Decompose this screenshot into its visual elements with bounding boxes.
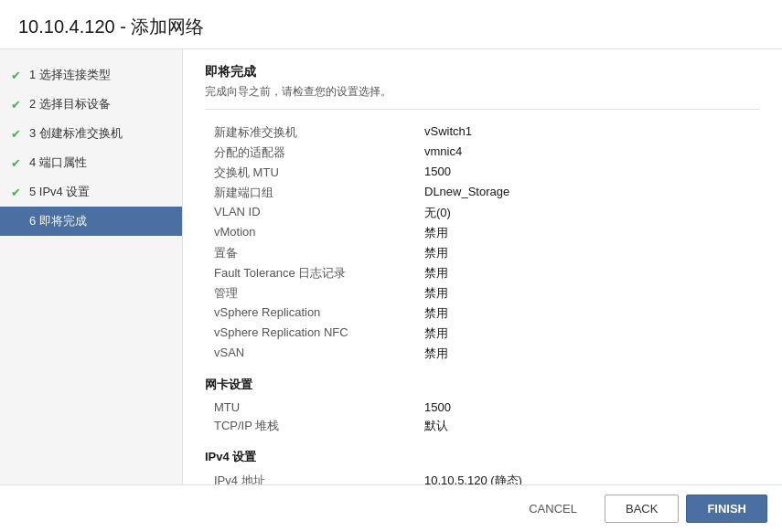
row-label: IPv4 地址 — [205, 473, 424, 484]
table-row: IPv4 地址10.10.5.120 (静态) — [205, 471, 760, 484]
table-row: VLAN ID无(0) — [205, 203, 760, 223]
table-row: 分配的适配器vmnic4 — [205, 143, 760, 163]
sidebar-item-step5[interactable]: ✔5 IPv4 设置 — [0, 177, 182, 207]
check-icon: ✔ — [11, 127, 24, 141]
check-icon: ✔ — [11, 186, 24, 199]
row-value: 1500 — [424, 165, 451, 181]
table-row: 新建标准交换机vSwitch1 — [205, 122, 760, 143]
check-icon: ✔ — [11, 69, 24, 82]
dialog-footer: CANCEL BACK FINISH — [0, 484, 782, 532]
table-row: vSAN禁用 — [205, 344, 760, 364]
sidebar-item-step2[interactable]: ✔2 选择目标设备 — [0, 90, 182, 119]
row-label: vSAN — [205, 346, 424, 362]
sidebar-item-label: 4 端口属性 — [29, 154, 87, 171]
section-desc: 完成向导之前，请检查您的设置选择。 — [205, 84, 760, 110]
table-row: MTU1500 — [205, 399, 760, 416]
row-label: 分配的适配器 — [205, 144, 424, 161]
dialog-header: 10.10.4.120 - 添加网络 — [0, 0, 782, 49]
row-label: Fault Tolerance 日志记录 — [205, 265, 424, 282]
row-label: 新建标准交换机 — [205, 124, 424, 141]
table-row: 管理禁用 — [205, 283, 760, 303]
check-icon: ✔ — [11, 156, 24, 170]
sidebar-item-label: 5 IPv4 设置 — [29, 184, 90, 200]
row-value: 禁用 — [424, 225, 448, 241]
row-label: 置备 — [205, 245, 424, 261]
row-label: vMotion — [205, 225, 424, 241]
table-row: vSphere Replication NFC禁用 — [205, 324, 760, 344]
sidebar-item-label: 2 选择目标设备 — [29, 96, 111, 112]
dialog: 10.10.4.120 - 添加网络 ✔1 选择连接类型✔2 选择目标设备✔3 … — [0, 0, 782, 532]
dialog-title: 10.10.4.120 - 添加网络 — [18, 15, 764, 39]
row-value: 禁用 — [424, 305, 448, 322]
row-value: 10.10.5.120 (静态) — [424, 473, 522, 484]
ipv4-table: IPv4 地址10.10.5.120 (静态)子网掩码255.255.255.0 — [205, 471, 760, 484]
ipv4-section-title: IPv4 设置 — [205, 449, 760, 465]
sidebar-item-step3[interactable]: ✔3 创建标准交换机 — [0, 119, 182, 148]
table-row: TCP/IP 堆栈默认 — [205, 416, 760, 436]
row-label: 管理 — [205, 285, 424, 302]
table-row: 新建端口组DLnew_Storage — [205, 183, 760, 203]
row-label: vSphere Replication — [205, 305, 424, 322]
table-row: Fault Tolerance 日志记录禁用 — [205, 263, 760, 283]
row-value: 1500 — [424, 400, 451, 414]
sidebar-item-step4[interactable]: ✔4 端口属性 — [0, 148, 182, 177]
row-value: 禁用 — [424, 265, 448, 282]
row-label: vSphere Replication NFC — [205, 325, 424, 342]
sidebar-item-step6[interactable]: 6 即将完成 — [0, 207, 182, 236]
row-value: 禁用 — [424, 285, 448, 302]
row-value: vSwitch1 — [424, 124, 472, 141]
check-icon: ✔ — [11, 98, 24, 112]
nic-table: MTU1500TCP/IP 堆栈默认 — [205, 399, 760, 436]
sidebar-item-label: 3 创建标准交换机 — [29, 125, 123, 142]
table-row: 交换机 MTU1500 — [205, 163, 760, 183]
table-row: vSphere Replication禁用 — [205, 303, 760, 324]
cancel-button[interactable]: CANCEL — [509, 495, 597, 522]
row-value: 禁用 — [424, 245, 448, 261]
row-value: vmnic4 — [424, 144, 462, 161]
sidebar-item-label: 6 即将完成 — [29, 213, 87, 229]
row-value: 禁用 — [424, 346, 448, 362]
table-row: vMotion禁用 — [205, 223, 760, 243]
summary-table: 新建标准交换机vSwitch1分配的适配器vmnic4交换机 MTU1500新建… — [205, 122, 760, 364]
row-value: 默认 — [424, 418, 448, 434]
back-button[interactable]: BACK — [605, 495, 679, 523]
sidebar-item-step1[interactable]: ✔1 选择连接类型 — [0, 60, 182, 90]
row-label: 新建端口组 — [205, 185, 424, 201]
table-row: 置备禁用 — [205, 243, 760, 263]
sidebar-item-label: 1 选择连接类型 — [29, 67, 111, 83]
row-value: 无(0) — [424, 205, 451, 221]
row-value: 禁用 — [424, 325, 448, 342]
dialog-body: ✔1 选择连接类型✔2 选择目标设备✔3 创建标准交换机✔4 端口属性✔5 IP… — [0, 49, 782, 484]
row-label: 交换机 MTU — [205, 165, 424, 181]
main-content: 即将完成 完成向导之前，请检查您的设置选择。 新建标准交换机vSwitch1分配… — [183, 49, 782, 484]
nic-section-title: 网卡设置 — [205, 377, 760, 393]
row-label: TCP/IP 堆栈 — [205, 418, 424, 434]
row-label: VLAN ID — [205, 205, 424, 221]
finish-button[interactable]: FINISH — [686, 495, 767, 523]
row-label: MTU — [205, 400, 424, 414]
row-value: DLnew_Storage — [424, 185, 509, 201]
section-title: 即将完成 — [205, 64, 760, 80]
sidebar: ✔1 选择连接类型✔2 选择目标设备✔3 创建标准交换机✔4 端口属性✔5 IP… — [0, 49, 183, 484]
